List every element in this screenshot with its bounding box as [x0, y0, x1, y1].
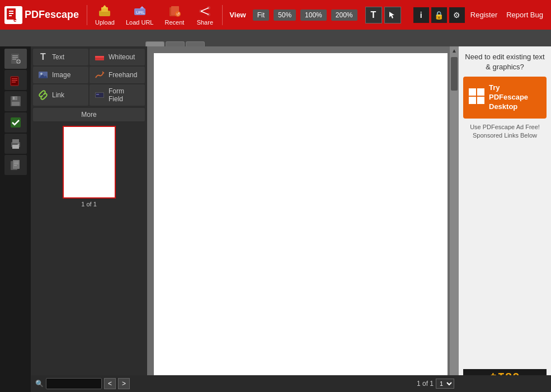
windows-icon: [469, 88, 484, 107]
ad-text: Try PDFescape Desktop: [489, 83, 541, 112]
svg-rect-33: [12, 82, 16, 83]
svg-marker-8: [102, 5, 107, 8]
sidebar-check-button[interactable]: [4, 112, 27, 133]
sidebar-open-button[interactable]: [4, 70, 27, 90]
canvas-area[interactable]: ▲ ▼ ◄ ►: [147, 46, 459, 392]
svg-rect-36: [13, 97, 15, 100]
svg-rect-24: [12, 57, 18, 58]
image-tool[interactable]: Image: [33, 67, 88, 83]
svg-rect-55: [96, 93, 103, 97]
whiteout-tool-icon: [94, 51, 105, 63]
svg-rect-41: [12, 145, 19, 149]
link-tool-icon: [37, 89, 49, 101]
text-tool-icon: T: [37, 51, 49, 63]
scroll-up-arrow[interactable]: ▲: [450, 46, 458, 55]
left-sidebar: [0, 46, 31, 392]
share-icon: [198, 4, 211, 18]
link-tool[interactable]: Link: [33, 84, 88, 106]
vertical-scroll-thumb[interactable]: [451, 57, 458, 91]
svg-rect-57: [469, 88, 476, 96]
sidebar-print-button[interactable]: [4, 134, 27, 154]
text-cursor-button[interactable]: T: [365, 7, 382, 23]
prev-page-button[interactable]: <: [104, 378, 116, 389]
load-url-icon: URL: [133, 4, 147, 18]
freehand-tool[interactable]: Freehand: [90, 67, 145, 83]
ad-heading: Need to edit existing text & graphics?: [463, 52, 547, 72]
svg-rect-58: [477, 88, 484, 96]
sidebar-save-button[interactable]: [4, 91, 27, 111]
svg-marker-21: [389, 12, 394, 18]
sidebar-pages-button[interactable]: [4, 155, 27, 175]
svg-rect-45: [14, 162, 18, 163]
svg-rect-2: [9, 11, 13, 12]
svg-text:↺: ↺: [176, 12, 180, 17]
logo-icon: e: [4, 6, 22, 24]
sep2: [222, 5, 223, 25]
vertical-scrollbar[interactable]: ▲ ▼: [450, 46, 459, 383]
svg-rect-46: [14, 163, 18, 164]
page-indicator: 1 of 1 1: [417, 379, 454, 389]
tool-panel: T Text Whiteout Image Freehand: [31, 46, 147, 392]
svg-rect-59: [469, 97, 476, 104]
svg-line-20: [201, 11, 209, 15]
top-right-area: i 🔒 ⚙ Register Report Bug: [413, 7, 547, 23]
register-link[interactable]: Register: [467, 10, 501, 20]
pointer-cursor-button[interactable]: [384, 7, 401, 23]
topbar: e PDFescape Upload URL Load URL: [0, 0, 551, 30]
upload-icon: [98, 4, 111, 18]
svg-rect-4: [9, 15, 12, 16]
svg-rect-47: [14, 165, 17, 166]
recent-button[interactable]: ↺ Recent: [160, 2, 189, 28]
ad-cta-button[interactable]: Try PDFescape Desktop: [463, 77, 547, 119]
svg-marker-11: [140, 6, 144, 8]
svg-line-19: [201, 8, 209, 11]
page-thumbnail[interactable]: [63, 126, 116, 199]
fit-button[interactable]: Fit: [253, 10, 269, 21]
right-panel: Need to edit existing text & graphics? T…: [459, 46, 551, 392]
main-layout: T Text Whiteout Image Freehand: [0, 46, 551, 392]
freehand-tool-icon: [94, 69, 105, 81]
svg-rect-31: [12, 78, 17, 79]
zoom-50-button[interactable]: 50%: [274, 10, 296, 21]
more-button[interactable]: More: [33, 108, 145, 121]
report-bug-link[interactable]: Report Bug: [503, 10, 547, 20]
svg-rect-23: [12, 55, 18, 56]
form-field-tool-icon: [94, 89, 105, 101]
svg-rect-25: [12, 59, 16, 60]
svg-rect-37: [12, 102, 20, 106]
svg-rect-60: [477, 97, 484, 104]
recent-icon: ↺: [168, 4, 181, 18]
whiteout-tool[interactable]: Whiteout: [90, 49, 145, 65]
lock-button[interactable]: 🔒: [431, 7, 447, 23]
sidebar-new-button[interactable]: [4, 49, 27, 69]
thumbnail-page-label: 1 of 1: [37, 201, 140, 207]
next-page-button[interactable]: >: [118, 378, 130, 389]
tab-3[interactable]: [186, 41, 205, 46]
upload-button[interactable]: Upload: [91, 2, 119, 28]
zoom-100-button[interactable]: 100%: [300, 10, 327, 21]
logo-text: PDFescape: [25, 9, 79, 21]
zoom-200-button[interactable]: 200%: [331, 10, 357, 21]
tab-2[interactable]: [166, 41, 185, 46]
pdf-page: [154, 53, 448, 381]
bottom-bar: 🔍 < > 1 of 1 1: [31, 375, 551, 392]
svg-rect-32: [12, 80, 17, 81]
share-button[interactable]: Share: [191, 2, 219, 28]
search-input[interactable]: [46, 378, 102, 389]
settings-button[interactable]: ⚙: [449, 7, 465, 23]
sep1: [87, 5, 87, 25]
svg-rect-29: [11, 77, 18, 86]
tab-1[interactable]: [145, 41, 164, 46]
tabs-row: [0, 30, 551, 46]
svg-rect-56: [96, 94, 99, 95]
page-select[interactable]: 1: [436, 379, 454, 389]
load-url-button[interactable]: URL Load URL: [121, 2, 158, 28]
cursor-tools: T: [365, 7, 401, 23]
info-button[interactable]: i: [413, 7, 429, 23]
text-tool[interactable]: T Text: [33, 49, 88, 65]
svg-rect-3: [9, 13, 13, 14]
logo: e PDFescape: [4, 6, 79, 24]
form-field-tool[interactable]: Form Field: [90, 84, 145, 106]
thumbnail-area: 1 of 1: [33, 121, 145, 212]
svg-text:URL: URL: [136, 10, 145, 15]
